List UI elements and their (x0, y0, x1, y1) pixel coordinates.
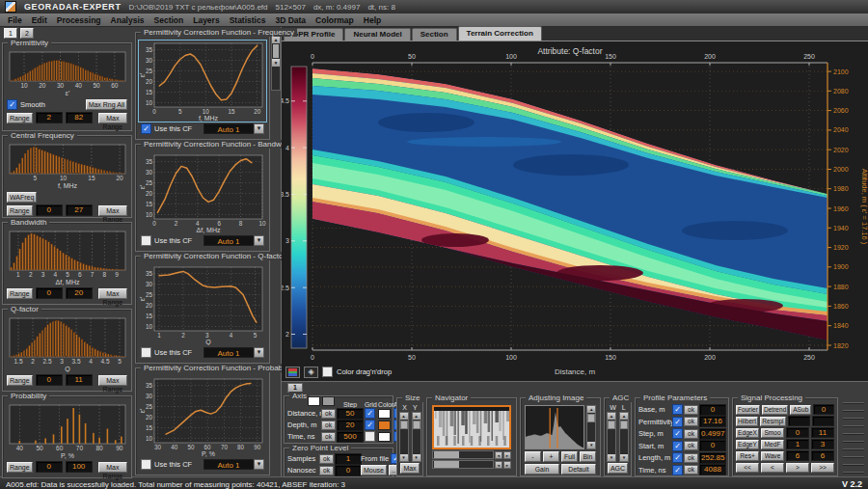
param-ok-button[interactable]: ok (684, 405, 698, 415)
sp-arrow-button[interactable]: >> (811, 463, 834, 473)
axis-ok-button[interactable]: ok (321, 409, 336, 419)
param-checkbox[interactable]: ✓ (672, 417, 683, 427)
navigator-scrollbar-2[interactable]: ◂▸ (432, 461, 511, 469)
nanosec-ok-button[interactable]: ok (319, 466, 334, 475)
menu-file[interactable]: File (3, 15, 27, 25)
adj-full-button[interactable]: Full (561, 451, 578, 462)
probability-min-value[interactable]: 0 (36, 461, 63, 473)
param-checkbox[interactable]: ✓ (672, 428, 683, 439)
agc-button[interactable]: AGC (608, 463, 628, 474)
adj-gain-button[interactable]: Gain (525, 464, 559, 475)
axis-step-value[interactable]: 50 (337, 408, 364, 420)
axis-color-swatch[interactable] (378, 409, 391, 419)
adj-minus-button[interactable]: - (525, 451, 541, 462)
sp-value[interactable] (788, 416, 810, 426)
bandwidth-range-button[interactable]: Range (7, 288, 33, 299)
sp-value[interactable]: 1 (786, 439, 809, 449)
param-value[interactable]: 17.16 (699, 416, 726, 427)
param-value[interactable]: 4088 (699, 464, 726, 475)
adj-plus-button[interactable]: + (543, 451, 559, 462)
param-checkbox[interactable]: ✓ (672, 404, 683, 415)
q-factor-range-button[interactable]: Range (7, 375, 33, 386)
param-checkbox[interactable]: ✓ (672, 441, 683, 451)
probability-max-value[interactable]: 100 (66, 461, 93, 473)
sp-smoo-button[interactable]: Smoo (761, 428, 784, 438)
param-ok-button[interactable]: ok (684, 429, 698, 439)
menu-section[interactable]: Section (149, 15, 189, 25)
menu-statistics[interactable]: Statistics (225, 15, 271, 25)
param-ok-button[interactable]: ok (684, 453, 698, 463)
tab-section[interactable]: Section (412, 28, 457, 41)
chevron-down-icon[interactable]: ▼ (254, 123, 264, 134)
sp-value[interactable]: 6 (811, 450, 834, 461)
param-value[interactable]: 0.4997 (699, 428, 726, 440)
sp-fourier-button[interactable]: Fourier (736, 405, 760, 415)
menu-processing[interactable]: Processing (52, 15, 106, 25)
axis-color-swatch[interactable] (378, 421, 391, 430)
sp-value[interactable]: 0 (786, 427, 809, 438)
sp-medf-button[interactable]: MedF (761, 440, 784, 449)
axis-ok-button[interactable]: ok (321, 432, 336, 442)
color-dragdrop-checkbox[interactable] (322, 367, 333, 377)
max-rng-all-button[interactable]: Max Rng All (86, 99, 127, 110)
bandwidth-min-value[interactable]: 0 (36, 287, 63, 299)
menu-3d-data[interactable]: 3D Data (270, 15, 311, 25)
samples-value[interactable]: 1 (335, 453, 362, 465)
tab-neural-model[interactable]: Neural Model (344, 28, 410, 41)
axis-swatch-1[interactable] (308, 396, 320, 406)
tab-terrain-correction[interactable]: Terrain Correction (458, 26, 542, 41)
smooth-checkbox[interactable]: ✓ (7, 99, 17, 110)
grid-checkbox[interactable]: ✓ (365, 408, 375, 419)
sp-asub-button[interactable]: ASub (790, 405, 811, 415)
axis-ok-button[interactable]: ok (321, 421, 336, 430)
adj-default-button[interactable]: Default (561, 464, 596, 475)
size-y-slider[interactable]: ▲▼ (412, 412, 421, 462)
cf-frequency-auto-dropdown[interactable]: Auto 1▼ (203, 123, 264, 134)
sp-resmpl-button[interactable]: Resmpl (760, 417, 785, 426)
sp-wave-button[interactable]: Wave (761, 451, 784, 461)
nanosec-value[interactable]: 0 (335, 465, 362, 476)
wafreq-button[interactable]: WAFreq (7, 192, 37, 203)
cf-bandwidth-use-checkbox[interactable] (141, 235, 151, 246)
menu-colormap[interactable]: Colormap (311, 15, 359, 25)
agc-w-slider[interactable]: ▲▼ (607, 412, 616, 462)
param-ok-button[interactable]: ok (684, 465, 698, 475)
chevron-down-icon[interactable]: ▼ (254, 347, 264, 358)
sp-value[interactable]: 11 (811, 427, 834, 438)
vertical-scrollbar[interactable]: ▲ ▼ (271, 35, 281, 91)
permittivity-min-value[interactable]: 2 (36, 112, 63, 123)
sp-res+-button[interactable]: Res+ (736, 451, 759, 461)
permittivity-range-button[interactable]: Range (7, 113, 33, 123)
param-checkbox[interactable]: ✓ (672, 465, 683, 475)
q-factor-max-value[interactable]: 11 (66, 374, 93, 386)
scrollbar-thumb[interactable] (273, 44, 279, 58)
probability-range-button[interactable]: Range (7, 462, 33, 473)
adj-bin-button[interactable]: Bin (580, 451, 596, 462)
size-max-button[interactable]: Max (400, 463, 419, 474)
sp-value[interactable]: 6 (786, 450, 809, 461)
left-tab-1[interactable]: 1 (4, 28, 17, 39)
menu-help[interactable]: Help (359, 15, 386, 25)
navigator-scrollbar-1[interactable]: ◂▸ (432, 451, 511, 459)
central-frequency-max-value[interactable]: 27 (66, 204, 93, 216)
grid-checkbox[interactable]: ✓ (365, 420, 375, 430)
cf-bandwidth-auto-dropdown[interactable]: Auto 1▼ (203, 235, 264, 246)
chevron-down-icon[interactable]: ▼ (254, 459, 264, 470)
sp-edgey-button[interactable]: EdgeY (736, 440, 759, 449)
sp-arrow-button[interactable]: > (786, 463, 809, 473)
q-factor-min-value[interactable]: 0 (36, 374, 63, 386)
central-frequency-range-button[interactable]: Range (7, 205, 33, 216)
permittivity-max-value[interactable]: 82 (66, 112, 93, 123)
bandwidth-max-value[interactable]: 20 (66, 287, 93, 299)
probability-max-range-button[interactable]: Max Range (98, 462, 127, 473)
bandwidth-max-range-button[interactable]: Max Range (98, 288, 127, 299)
sp-value[interactable]: 0 (813, 404, 834, 415)
cf-frequency-use-checkbox[interactable]: ✓ (141, 123, 151, 134)
sp-edgex-button[interactable]: EdgeX (736, 428, 759, 438)
samples-ok-button[interactable]: ok (319, 454, 334, 464)
target-icon[interactable]: ◈ (304, 367, 318, 378)
terrain-correction-plot[interactable]: Attribute: Q-factor0 050 50100 100150 15… (282, 41, 868, 364)
param-value[interactable]: 252.85 (699, 452, 726, 464)
size-x-slider[interactable]: ▲▼ (399, 412, 409, 462)
mouse-button[interactable]: Mouse (361, 465, 387, 475)
